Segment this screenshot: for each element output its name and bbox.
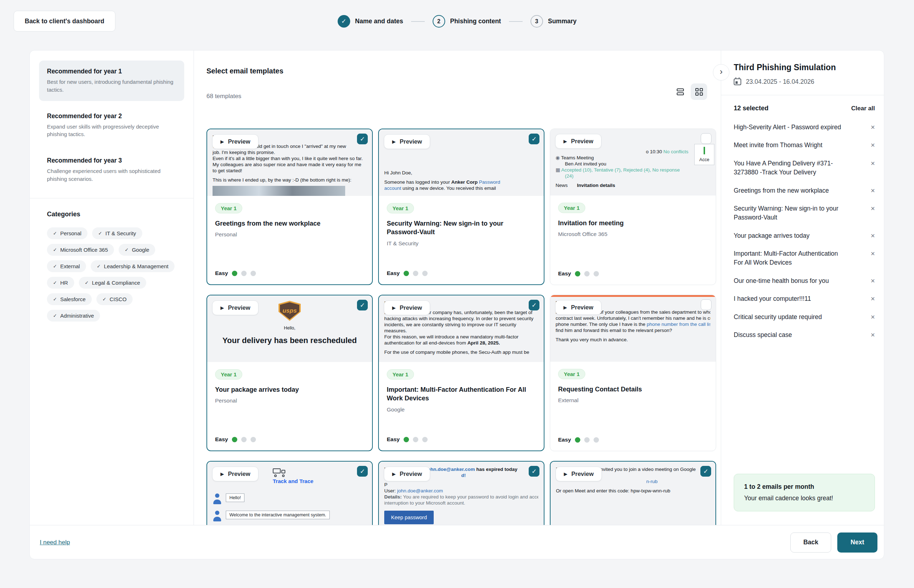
- email-preview-line: contract last week. Unfortunately, I can…: [556, 315, 710, 321]
- category-pill[interactable]: ✓Personal: [47, 228, 88, 239]
- email-preview-line: incidents, we are constantly striving to…: [384, 321, 538, 328]
- play-icon: ▶: [220, 139, 224, 144]
- email-text: ◉: [556, 155, 561, 160]
- template-checkbox[interactable]: ✓: [529, 134, 540, 144]
- preview-button[interactable]: ▶Preview: [555, 300, 601, 315]
- category-pill[interactable]: ✓Leadership & Management: [91, 260, 175, 272]
- difficulty-dot: [241, 437, 246, 442]
- remove-item-button[interactable]: ×: [870, 331, 875, 339]
- preview-button[interactable]: ▶Preview: [212, 300, 258, 315]
- help-link[interactable]: I need help: [40, 539, 70, 546]
- remove-item-button[interactable]: ×: [870, 249, 875, 258]
- category-pill[interactable]: ✓IT & Security: [92, 228, 142, 239]
- template-checkbox[interactable]: ✓: [529, 466, 540, 477]
- truck-part: [282, 475, 285, 477]
- template-card[interactable]: Hello everyone,We agreed that I would ge…: [206, 129, 373, 285]
- recommendation-year-2[interactable]: Recommended for year 2 Expand user skill…: [39, 105, 184, 146]
- template-title: Your package arrives today: [215, 385, 364, 394]
- remove-item-button[interactable]: ×: [870, 123, 875, 131]
- template-checkbox[interactable]: [701, 133, 711, 144]
- email-preview-line: phone number. The only clue I have is th…: [556, 321, 710, 327]
- template-card[interactable]: Track and TraceHello!Welcome to the inte…: [206, 461, 373, 525]
- preview-button[interactable]: ▶Preview: [555, 134, 601, 149]
- email-preview-line: measures.: [384, 328, 538, 334]
- preview-button[interactable]: ▶Preview: [212, 134, 258, 149]
- difficulty-dot: [404, 271, 409, 276]
- category-pill[interactable]: ✓CISCO: [96, 293, 133, 305]
- template-card[interactable]: Thomas Wright has invited you to join a …: [550, 461, 716, 525]
- preview-button[interactable]: ▶Preview: [384, 300, 430, 315]
- template-checkbox[interactable]: ✓: [357, 466, 368, 477]
- template-checkbox[interactable]: [701, 299, 711, 310]
- category-pill[interactable]: ✓HR: [47, 277, 74, 289]
- email-text: My colleagues are also super nice and ha…: [212, 162, 361, 167]
- category-pill[interactable]: ✓Administrative: [47, 310, 100, 321]
- remove-item-button[interactable]: ×: [870, 294, 875, 303]
- category-pill[interactable]: ✓External: [47, 260, 86, 272]
- difficulty-row: Easy: [215, 436, 364, 443]
- email-link: n-rub: [646, 479, 658, 484]
- difficulty-label: Easy: [387, 436, 400, 443]
- template-checkbox[interactable]: ✓: [357, 300, 368, 310]
- template-card[interactable]: o 10:30 No conflicts◉ Teams MeetingBen A…: [550, 129, 716, 285]
- year-badge: Year 1: [387, 369, 414, 380]
- grid-icon: [695, 88, 703, 95]
- template-card-body: Year 1Invitation for meetingMicrosoft Of…: [550, 195, 716, 285]
- template-card[interactable]: DIn the recent past, our company has, un…: [378, 295, 545, 451]
- remove-item-button[interactable]: ×: [870, 231, 875, 240]
- preview-button[interactable]: ▶Preview: [556, 467, 602, 481]
- template-checkbox[interactable]: ✓: [357, 134, 368, 144]
- remove-item-button[interactable]: ×: [870, 313, 875, 321]
- grid-view-button[interactable]: [691, 84, 707, 100]
- back-button[interactable]: Back: [790, 533, 831, 552]
- check-icon: ✓: [53, 280, 57, 285]
- difficulty-label: Easy: [215, 270, 228, 276]
- email-preview-line: [384, 346, 538, 349]
- template-card[interactable]: Your password to john.doe@anker.com has …: [378, 461, 545, 525]
- step-summary[interactable]: 3 Summary: [530, 15, 577, 27]
- preview-label: Preview: [571, 304, 593, 311]
- preview-button[interactable]: ▶Preview: [384, 134, 430, 149]
- selected-count: 12 selected: [734, 105, 768, 112]
- template-category: External: [558, 397, 708, 404]
- sidebar: Recommended for year 1 Best for new user…: [30, 50, 194, 525]
- selected-list: High-Severity Alert - Password expired×M…: [734, 123, 875, 339]
- difficulty-dot: [575, 437, 580, 443]
- remove-item-button[interactable]: ×: [870, 159, 875, 168]
- difficulty-row: Easy: [215, 270, 364, 276]
- chat-message: Welcome to the interactive management sy…: [212, 510, 367, 522]
- remove-item-button[interactable]: ×: [870, 204, 875, 213]
- collapse-panel-button[interactable]: ›: [713, 64, 729, 81]
- template-checkbox[interactable]: ✓: [529, 300, 540, 310]
- selected-item-label: Greetings from the new workplace: [734, 186, 846, 195]
- list-view-button[interactable]: [672, 84, 689, 100]
- template-card[interactable]: DI am looking for one of your colleagues…: [550, 295, 716, 451]
- preview-button[interactable]: ▶Preview: [384, 467, 430, 481]
- clear-all-button[interactable]: Clear all: [851, 105, 875, 112]
- next-button[interactable]: Next: [837, 533, 877, 552]
- category-pill[interactable]: ✓Google: [118, 244, 155, 256]
- selected-item-label: High-Severity Alert - Password expired: [734, 123, 846, 132]
- template-card[interactable]: uspsHello,Your delivery has been resched…: [206, 295, 373, 451]
- template-card[interactable]: Hi John Doe,Someone has logged into your…: [378, 129, 545, 285]
- keep-password-button[interactable]: Keep password: [384, 510, 434, 524]
- remove-item-button[interactable]: ×: [870, 276, 875, 285]
- category-pill[interactable]: ✓Salesforce: [47, 293, 92, 305]
- category-pill[interactable]: ✓Legal & Compliance: [79, 277, 146, 289]
- accept-button[interactable]: Acce: [694, 144, 715, 165]
- recommendation-year-3[interactable]: Recommended for year 3 Challenge experie…: [39, 150, 184, 190]
- template-category: Personal: [215, 231, 364, 238]
- remove-item-button[interactable]: ×: [870, 186, 875, 195]
- template-grid: Hello everyone,We agreed that I would ge…: [206, 129, 716, 525]
- step-phishing-content[interactable]: 2 Phishing content: [433, 15, 501, 27]
- remove-item-button[interactable]: ×: [870, 141, 875, 149]
- recommendation-year-1[interactable]: Recommended for year 1 Best for new user…: [39, 61, 184, 101]
- date-range: 23.04.2025 - 16.04.2026: [746, 78, 814, 86]
- email-text: April 28, 2025.: [467, 340, 500, 346]
- template-checkbox[interactable]: ✓: [700, 466, 711, 477]
- step-name-and-dates[interactable]: ✓ Name and dates: [338, 15, 403, 27]
- template-category: Microsoft Office 365: [558, 231, 708, 237]
- preview-button[interactable]: ▶Preview: [212, 467, 258, 481]
- footer-buttons: Back Next: [790, 533, 877, 552]
- category-pill[interactable]: ✓Microsoft Office 365: [47, 244, 114, 256]
